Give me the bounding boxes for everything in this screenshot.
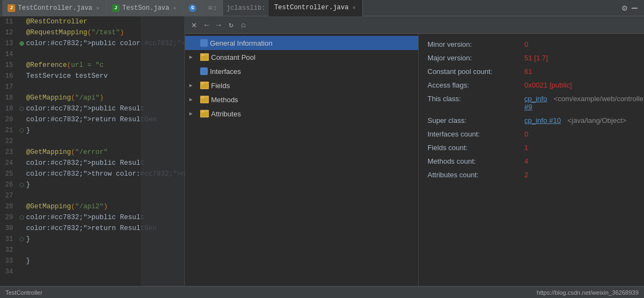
java-icon-2: J (112, 4, 120, 12)
code-panel: 11@RestController12@RequestMapping("/tes… (0, 16, 185, 286)
info-label: Attributes count: (428, 171, 520, 179)
tree-item-label: Fields (211, 82, 230, 90)
line-number: 21 (2, 125, 17, 136)
info-value: 0 (524, 40, 528, 48)
info-row: Minor version:0 (428, 40, 644, 48)
jclasslib-body: General Information▶Constant PoolInterfa… (185, 34, 644, 286)
breakpoint-dot[interactable] (20, 41, 24, 46)
file-icon (200, 39, 208, 47)
close-tab-test-controller[interactable]: ✕ (95, 5, 101, 11)
tree-chevron-icon: ▶ (189, 82, 198, 89)
info-label: Minor version: (428, 40, 520, 48)
line-number: 12 (2, 27, 17, 38)
jclasslib-panel: ✕ ← → ↻ ⌂ General Information▶Constant P… (185, 16, 644, 286)
folder-icon (200, 53, 209, 61)
tab-bar-right: ⚙ — (622, 3, 642, 14)
line-number: 29 (2, 212, 17, 223)
home-button[interactable]: ⌂ (239, 20, 247, 30)
tree-item-interfaces[interactable]: Interfaces (185, 64, 418, 78)
info-value-secondary: <java/lang/Object> (567, 116, 626, 125)
line-indicator (17, 183, 26, 187)
line-indicator (17, 237, 26, 241)
forward-button[interactable]: → (214, 20, 223, 30)
tree-item-label: General Information (210, 39, 273, 47)
line-number: 31 (2, 234, 17, 245)
tree-panel: General Information▶Constant PoolInterfa… (185, 34, 419, 286)
close-button[interactable]: ✕ (189, 18, 199, 32)
status-bar: TestController https://blog.csdn.net/wei… (0, 286, 644, 298)
tab-lines[interactable]: ≡↕ (202, 0, 223, 16)
java-icon: J (8, 4, 15, 12)
back-button[interactable]: ← (202, 20, 211, 30)
line-indicator (17, 215, 26, 220)
tree-item-methods[interactable]: ▶Methods (185, 92, 418, 107)
svg-rect-1 (201, 54, 204, 56)
breakpoint-dot[interactable] (20, 237, 24, 241)
close-tab-test-son[interactable]: ✕ (172, 5, 177, 11)
svg-rect-3 (201, 83, 204, 84)
info-label: Interfaces count: (428, 130, 520, 138)
tree-chevron-icon: ▶ (189, 96, 198, 103)
info-label: Super class: (428, 116, 520, 125)
tree-item-label: Attributes (211, 110, 241, 118)
line-number: 19 (2, 103, 17, 114)
jclasslib-toolbar: ✕ ← → ↻ ⌂ (185, 16, 644, 34)
breakpoint-dot[interactable] (20, 107, 24, 111)
line-number: 32 (2, 245, 17, 256)
info-label: Methods count: (428, 157, 520, 165)
info-value: 61 (524, 67, 532, 76)
tree-item-constant-pool[interactable]: ▶Constant Pool (185, 50, 418, 64)
minimize-icon[interactable]: — (631, 3, 637, 14)
line-number: 20 (2, 114, 17, 125)
line-number: 34 (2, 266, 17, 277)
svg-rect-4 (201, 98, 208, 102)
info-value: 2 (524, 171, 528, 179)
line-indicator (17, 41, 26, 46)
svg-rect-2 (201, 84, 208, 88)
line-indicator (17, 107, 26, 111)
groovy-icon: G (189, 4, 196, 12)
info-row: Interfaces count:0 (428, 130, 644, 138)
info-value[interactable]: cp_info #9 (524, 95, 547, 111)
info-label: Access flags: (428, 81, 520, 89)
svg-rect-6 (201, 112, 208, 116)
lines-icon: ≡↕ (208, 4, 217, 13)
tree-item-attributes[interactable]: ▶Attributes (185, 107, 418, 121)
line-number: 16 (2, 71, 17, 82)
breakpoint-dot[interactable] (20, 215, 24, 220)
tab-jclasslib-active[interactable]: TestController.java ✕ (269, 0, 363, 16)
main-content: 11@RestController12@RequestMapping("/tes… (0, 16, 644, 286)
line-indicator (17, 128, 26, 133)
tree-item-label: Methods (211, 96, 238, 104)
settings-gear-icon[interactable]: ⚙ (622, 3, 628, 14)
info-value: 51 [1.7] (524, 54, 548, 62)
line-number: 15 (2, 60, 17, 71)
tree-chevron-icon: ▶ (189, 54, 198, 60)
line-number: 25 (2, 169, 17, 179)
line-number: 22 (2, 136, 17, 147)
line-number: 13 (2, 38, 17, 49)
folder-icon (200, 82, 209, 89)
breakpoint-dot[interactable] (20, 183, 24, 187)
info-row: Super class:cp_info #10<java/lang/Object… (428, 116, 644, 125)
tree-item-general[interactable]: General Information (185, 36, 418, 50)
info-value[interactable]: cp_info #10 (524, 116, 561, 125)
refresh-button[interactable]: ↻ (226, 19, 235, 30)
tree-item-fields[interactable]: ▶Fields (185, 78, 418, 92)
close-tab-jclasslib[interactable]: ✕ (351, 4, 357, 11)
status-left: TestController (5, 289, 42, 296)
tab-test-son[interactable]: J TestSon.java ✕ (107, 0, 183, 16)
svg-rect-0 (201, 55, 208, 60)
line-number: 26 (2, 179, 17, 190)
info-row: Methods count:4 (428, 157, 644, 165)
info-row: Fields count:1 (428, 144, 644, 152)
line-number: 30 (2, 223, 17, 234)
tab-groovy[interactable]: G (183, 0, 202, 16)
tab-bar-left: J TestController.java ✕ J TestSon.java ✕… (2, 0, 363, 16)
line-number: 24 (2, 158, 17, 169)
svg-rect-7 (201, 111, 204, 113)
status-right: https://blog.csdn.net/weixin_36268939 (537, 289, 639, 296)
breakpoint-dot[interactable] (20, 128, 24, 133)
line-number: 27 (2, 190, 17, 201)
tab-test-controller[interactable]: J TestController.java ✕ (2, 0, 107, 16)
